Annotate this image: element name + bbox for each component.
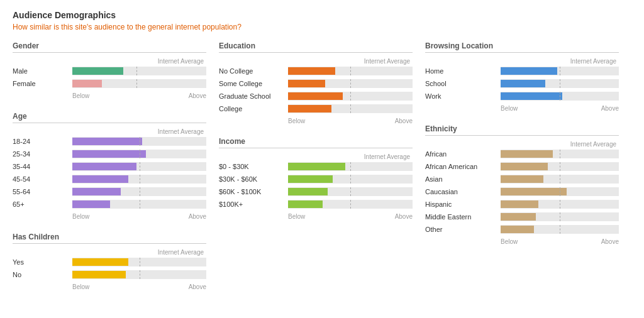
bar-area (288, 175, 413, 184)
axis-below: Below (288, 213, 350, 220)
table-row: $60K - $100K (219, 187, 413, 197)
table-row: Asian (425, 174, 619, 184)
bar-area (72, 79, 206, 88)
axis-below: Below (288, 118, 350, 124)
education-chart: No College Some College (219, 66, 413, 124)
table-row: Work (425, 91, 619, 101)
bar-label: Other (425, 226, 501, 233)
bar-label: 55-64 (13, 188, 72, 195)
table-row: No College (219, 66, 413, 76)
bar-area (501, 200, 619, 209)
ethnicity-avg-label: Internet Average (425, 141, 619, 148)
section-gender-title: Gender (13, 41, 206, 53)
table-row: Other (425, 224, 619, 234)
column-left: Gender Internet Average Male Female (13, 41, 219, 303)
axis-below: Below (72, 283, 140, 290)
bar-label: 18-24 (13, 138, 72, 145)
table-row: $100K+ (219, 199, 413, 209)
income-avg-label: Internet Average (219, 153, 413, 160)
table-row: Caucasian (425, 187, 619, 197)
table-row: Home (425, 66, 619, 76)
bar-area (501, 225, 619, 234)
income-axis: Below Above (288, 212, 413, 220)
bar-area (288, 67, 413, 75)
bar-area (72, 150, 206, 158)
bar-label: 65+ (13, 200, 72, 208)
bar-label: $60K - $100K (219, 188, 288, 195)
bar-label: $0 - $30K (219, 163, 288, 170)
section-education-title: Education (219, 41, 413, 53)
bar-label: Some College (219, 80, 288, 87)
axis-below: Below (501, 238, 560, 245)
bar-area (72, 162, 206, 171)
table-row: Male (13, 66, 206, 76)
page-title: Audience Demographics (13, 10, 631, 20)
column-middle: Education Internet Average No College So… (219, 41, 425, 303)
axis-below: Below (501, 105, 560, 112)
section-gender: Gender Internet Average Male Female (13, 41, 206, 99)
main-content: Gender Internet Average Male Female (13, 41, 631, 303)
age-avg-label: Internet Average (13, 128, 206, 135)
bar-area (501, 162, 619, 171)
table-row: School (425, 79, 619, 89)
table-row: Graduate School (219, 91, 413, 101)
bar-area (501, 150, 619, 158)
table-row: Some College (219, 79, 413, 89)
axis-above: Above (140, 283, 207, 290)
bar-area (288, 92, 413, 101)
bar-label: Work (425, 92, 501, 100)
section-browsing-title: Browsing Location (425, 41, 619, 53)
table-row: Hispanic (425, 199, 619, 209)
bar-label: Middle Eastern (425, 213, 501, 221)
bar-area (72, 137, 206, 146)
browsing-axis: Below Above (501, 104, 619, 112)
ethnicity-chart: African African American (425, 149, 619, 245)
gender-axis: Below Above (72, 91, 206, 99)
table-row: College (219, 104, 413, 114)
bar-area (72, 187, 206, 196)
axis-above: Above (350, 118, 413, 124)
bar-area (288, 79, 413, 88)
bar-area (72, 270, 206, 279)
bar-area (72, 67, 206, 75)
axis-above: Above (350, 213, 413, 220)
table-row: 65+ (13, 199, 206, 209)
section-education: Education Internet Average No College So… (219, 41, 413, 124)
table-row: African American (425, 162, 619, 172)
bar-label: School (425, 80, 501, 87)
axis-below: Below (72, 213, 140, 220)
browsing-avg-label: Internet Average (425, 58, 619, 65)
axis-above: Above (140, 92, 207, 99)
section-children-title: Has Children (13, 233, 206, 244)
bar-label: 25-34 (13, 150, 72, 158)
bar-label: Female (13, 80, 72, 87)
bar-label: No College (219, 67, 288, 75)
section-income-title: Income (219, 137, 413, 148)
ethnicity-axis: Below Above (501, 237, 619, 245)
bar-area (501, 187, 619, 196)
table-row: 18-24 (13, 136, 206, 146)
income-chart: $0 - $30K $30K - $60K (219, 162, 413, 220)
table-row: 55-64 (13, 187, 206, 197)
children-avg-label: Internet Average (13, 249, 206, 256)
section-has-children: Has Children Internet Average Yes No (13, 233, 206, 290)
bar-area (501, 175, 619, 184)
axis-above: Above (560, 238, 619, 245)
age-chart: 18-24 25-34 35-44 (13, 136, 206, 220)
table-row: Female (13, 79, 206, 89)
bar-label: $100K+ (219, 200, 288, 208)
table-row: 45-54 (13, 174, 206, 184)
bar-area (288, 187, 413, 196)
bar-area (288, 162, 413, 171)
table-row: No (13, 270, 206, 280)
bar-label: Male (13, 67, 72, 75)
bar-area (288, 104, 413, 113)
subtitle: How similar is this site's audience to t… (13, 23, 631, 31)
table-row: Yes (13, 257, 206, 267)
section-ethnicity: Ethnicity Internet Average African Afric… (425, 124, 619, 245)
bar-label: Home (425, 67, 501, 75)
bar-area (501, 92, 619, 101)
bar-label: African American (425, 163, 501, 170)
gender-avg-label: Internet Average (13, 58, 206, 65)
browsing-chart: Home School Work (425, 66, 619, 112)
